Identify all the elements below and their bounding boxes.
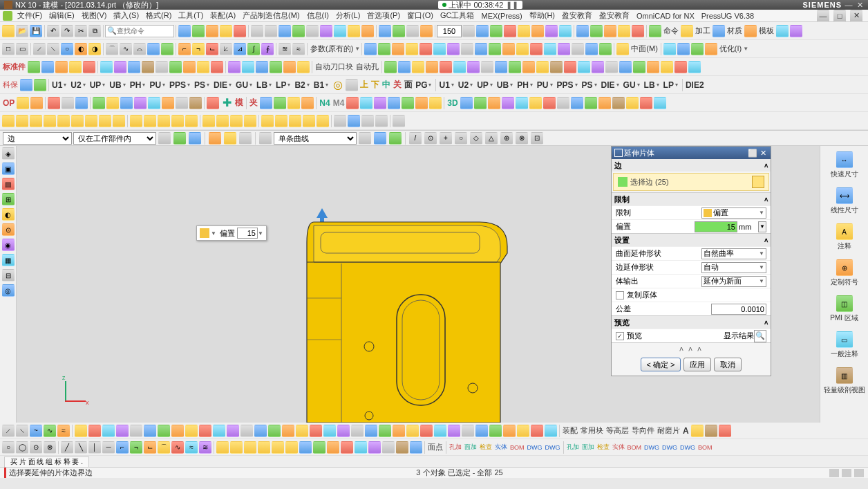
i28-icon[interactable] bbox=[590, 25, 603, 37]
sel-i8-icon[interactable] bbox=[359, 132, 371, 145]
close-button[interactable]: ✕ bbox=[856, 1, 864, 9]
b1i14-icon[interactable] bbox=[185, 425, 198, 437]
r3i20-icon[interactable] bbox=[297, 61, 310, 73]
i18-icon[interactable] bbox=[420, 25, 433, 37]
filter-curve-select[interactable]: 单条曲线 bbox=[274, 132, 357, 145]
window-close-icon[interactable]: ✕ bbox=[850, 10, 862, 22]
r2i41-icon[interactable] bbox=[677, 43, 690, 55]
b1i40-icon[interactable] bbox=[545, 425, 557, 437]
model-part[interactable] bbox=[300, 215, 514, 423]
r2i30-icon[interactable] bbox=[475, 43, 487, 55]
edge-pick-button[interactable] bbox=[752, 176, 764, 188]
i3-icon[interactable] bbox=[206, 25, 218, 37]
lbl-down[interactable]: 下 bbox=[370, 79, 381, 91]
b2l0[interactable]: 面点 bbox=[426, 442, 444, 452]
lbl-midface[interactable]: 中面(M) bbox=[630, 44, 659, 54]
b1i32-icon[interactable] bbox=[434, 425, 446, 437]
ub-label[interactable]: UB bbox=[108, 80, 122, 90]
i15-icon[interactable] bbox=[379, 25, 391, 37]
r3i10-icon[interactable] bbox=[155, 61, 168, 73]
r5i1-icon[interactable] bbox=[17, 97, 29, 109]
b2l14[interactable]: DWG bbox=[661, 444, 679, 451]
cmd-icon[interactable] bbox=[649, 25, 661, 37]
die2-label[interactable]: DIE2 bbox=[684, 80, 706, 90]
r3i17-icon[interactable] bbox=[256, 61, 268, 73]
r2i39-icon[interactable] bbox=[599, 43, 612, 55]
r5i16-icon[interactable] bbox=[274, 97, 286, 109]
r3i3-icon[interactable] bbox=[55, 61, 68, 73]
menu-assem[interactable]: 装配(A) bbox=[208, 10, 238, 21]
i20-icon[interactable] bbox=[476, 25, 489, 37]
r2i4-icon[interactable]: ⟍ bbox=[47, 43, 59, 55]
lbl-std[interactable]: 标准件 bbox=[1, 62, 27, 72]
b1i1-icon[interactable]: ⟋ bbox=[2, 425, 15, 437]
b1i19-icon[interactable] bbox=[254, 425, 267, 437]
b1i11-icon[interactable] bbox=[144, 425, 156, 437]
r5i7-icon[interactable] bbox=[106, 97, 119, 109]
r5i31-icon[interactable] bbox=[529, 97, 542, 109]
b1i9-icon[interactable] bbox=[116, 425, 129, 437]
offset-dd[interactable]: ▼ bbox=[758, 221, 766, 232]
b1i39-icon[interactable] bbox=[531, 425, 543, 437]
n4-label[interactable]: N4 bbox=[318, 98, 331, 108]
r2i20-icon[interactable]: ≋ bbox=[279, 43, 291, 55]
r6i11-icon[interactable] bbox=[144, 115, 156, 127]
ok-button[interactable]: < 确定 > bbox=[641, 358, 681, 371]
vt-i6-icon[interactable]: ⊙ bbox=[2, 223, 15, 236]
r3i19-icon[interactable] bbox=[283, 61, 296, 73]
b1i33-icon[interactable] bbox=[448, 425, 460, 437]
r2i28-icon[interactable] bbox=[447, 43, 460, 55]
menu-insert[interactable]: 插入(S) bbox=[111, 10, 141, 21]
r2i5-icon[interactable]: ○ bbox=[61, 43, 73, 55]
filter-type-select[interactable]: 边 bbox=[3, 132, 72, 145]
r6i27-icon[interactable] bbox=[375, 115, 388, 127]
b1i12-icon[interactable] bbox=[158, 425, 170, 437]
b1i6-icon[interactable] bbox=[75, 425, 87, 437]
b2l11[interactable]: 实体 bbox=[611, 443, 626, 452]
b1i18-icon[interactable] bbox=[240, 425, 253, 437]
i8-icon[interactable] bbox=[279, 25, 291, 37]
i30-icon[interactable] bbox=[618, 25, 630, 37]
vt-i7-icon[interactable]: ◉ bbox=[2, 239, 15, 251]
r6i28-icon[interactable] bbox=[393, 115, 405, 127]
r2i24-icon[interactable] bbox=[392, 43, 404, 55]
lbl-face[interactable]: 面 bbox=[403, 79, 414, 91]
j-label[interactable]: 夹 bbox=[248, 97, 259, 109]
pg-label[interactable]: PG bbox=[414, 80, 428, 90]
vt-layer-icon[interactable]: ⊞ bbox=[2, 193, 15, 205]
b1i30-icon[interactable] bbox=[406, 425, 419, 437]
offset-drop[interactable]: ▼ bbox=[211, 230, 218, 237]
b1i2-icon[interactable]: ⟍ bbox=[16, 425, 28, 437]
menu-gc[interactable]: GC工具箱 bbox=[438, 10, 477, 21]
b2i25-icon[interactable] bbox=[341, 441, 353, 454]
r3i39-icon[interactable] bbox=[633, 61, 645, 73]
i25-icon[interactable] bbox=[545, 25, 558, 37]
menu-info[interactable]: 信息(I) bbox=[305, 10, 331, 21]
b2l9[interactable]: 面加 bbox=[581, 443, 596, 452]
r2i43-icon[interactable] bbox=[705, 43, 717, 55]
b1i8-icon[interactable] bbox=[102, 425, 115, 437]
r2i27-icon[interactable] bbox=[433, 43, 446, 55]
sel-i10-icon[interactable] bbox=[389, 132, 402, 145]
r2i22-icon[interactable] bbox=[364, 43, 377, 55]
lbl-auto2[interactable]: 自动孔 bbox=[355, 62, 380, 72]
r2i31-icon[interactable] bbox=[489, 43, 501, 55]
vt-i9-icon[interactable]: ⊟ bbox=[2, 269, 15, 282]
b1i38-icon[interactable] bbox=[517, 425, 529, 437]
b1i29-icon[interactable] bbox=[393, 425, 405, 437]
lbb-label[interactable]: LB bbox=[643, 80, 657, 90]
copy-checkbox[interactable] bbox=[616, 291, 624, 299]
i22-icon[interactable] bbox=[504, 25, 516, 37]
b2i11-icon[interactable]: ⌙ bbox=[144, 441, 156, 454]
pmi-icon[interactable]: ◫ bbox=[836, 295, 853, 312]
r2i7-icon[interactable]: ◑ bbox=[88, 43, 101, 55]
b2l5[interactable]: BOM bbox=[509, 444, 526, 451]
b2l1[interactable]: 孔加 bbox=[448, 443, 463, 452]
sel-i5-icon[interactable] bbox=[224, 132, 236, 145]
preview-checkbox[interactable] bbox=[616, 332, 624, 340]
r5i33-icon[interactable] bbox=[557, 97, 569, 109]
b2l10[interactable]: 检查 bbox=[596, 443, 611, 452]
sel-i11-icon[interactable]: / bbox=[409, 132, 422, 145]
apply-button[interactable]: 应用 bbox=[683, 358, 711, 371]
r6i18-icon[interactable] bbox=[244, 115, 256, 127]
